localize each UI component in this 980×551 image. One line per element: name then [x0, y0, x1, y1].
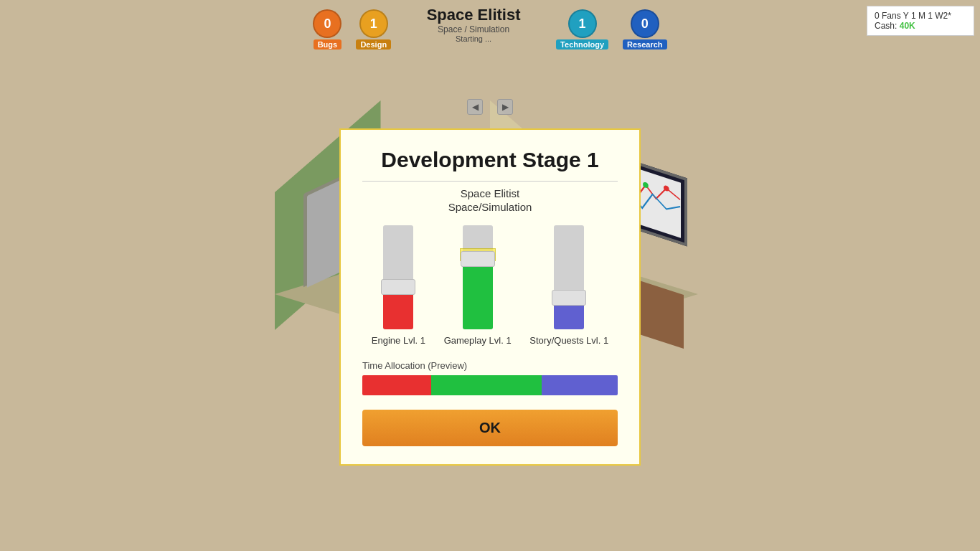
time-allocation-section: Time Allocation (Preview) — [362, 360, 618, 395]
modal-game-name: Space Elitist — [362, 187, 618, 199]
gameplay-slider-col: Gameplay Lvl. 1 — [444, 225, 512, 346]
gameplay-slider-label: Gameplay Lvl. 1 — [444, 335, 512, 346]
story-slider-col: Story/Quests Lvl. 1 — [529, 225, 608, 346]
time-alloc-bar — [362, 375, 618, 395]
gameplay-slider-track[interactable] — [463, 225, 493, 329]
time-seg-gameplay — [431, 375, 542, 395]
sliders-container: Engine Lvl. 1 Gameplay Lvl. 1 Story/Ques… — [362, 227, 618, 346]
development-stage-modal: Development Stage 1 Space Elitist Space/… — [339, 128, 641, 466]
modal-genre: Space/Simulation — [362, 201, 618, 213]
time-alloc-title: Time Allocation (Preview) — [362, 360, 618, 371]
time-seg-engine — [362, 375, 431, 395]
engine-slider-handle[interactable] — [381, 279, 415, 295]
story-slider-track[interactable] — [554, 225, 584, 329]
modal-title: Development Stage 1 — [362, 148, 618, 182]
gameplay-slider-handle[interactable] — [461, 251, 495, 267]
modal-overlay: Development Stage 1 Space Elitist Space/… — [0, 0, 980, 551]
story-slider-label: Story/Quests Lvl. 1 — [529, 335, 608, 346]
engine-slider-track[interactable] — [383, 225, 413, 329]
story-slider-handle[interactable] — [552, 290, 586, 306]
engine-slider-col: Engine Lvl. 1 — [372, 225, 425, 346]
ok-button[interactable]: OK — [362, 410, 618, 446]
engine-slider-label: Engine Lvl. 1 — [372, 335, 425, 346]
time-seg-story — [542, 375, 618, 395]
